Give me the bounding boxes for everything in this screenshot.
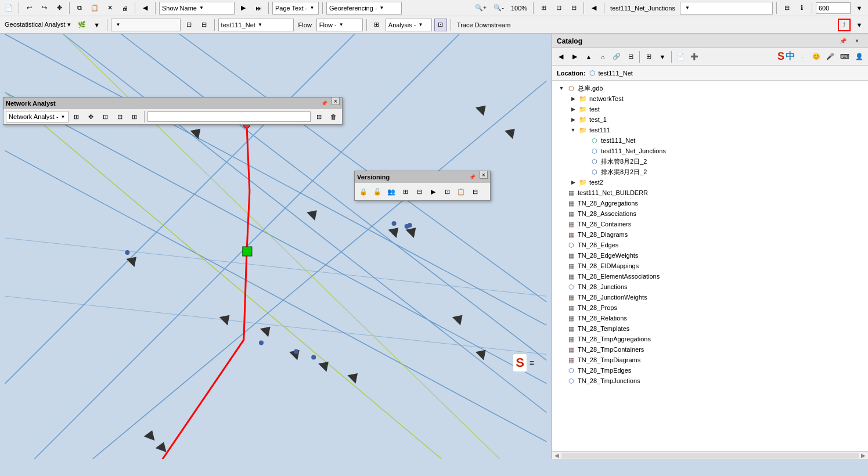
layer-dropdown[interactable]: ▼ xyxy=(111,19,181,31)
net-junctions-dropdown[interactable]: ▼ xyxy=(680,2,773,15)
tree-expand[interactable] xyxy=(557,209,566,218)
tree-item[interactable]: ⬡ 排水管8月2日_2 xyxy=(552,156,868,167)
tree-item[interactable]: ▦ TN_28_TmpDiagrams xyxy=(552,355,868,365)
ver-btn2[interactable]: 🔓 xyxy=(371,185,384,198)
zoom-pct[interactable]: 100% xyxy=(509,2,530,15)
net-dropdown[interactable]: test111_Net ▼ xyxy=(218,19,294,31)
tree-expand[interactable]: ▶ xyxy=(568,115,578,124)
zoom-input[interactable]: 600 xyxy=(816,2,851,14)
geo-down[interactable]: ▼ xyxy=(91,19,103,31)
tree-expand[interactable] xyxy=(580,167,589,176)
zoom-btn1[interactable]: 🔍+ xyxy=(473,2,489,15)
analysis-icon2[interactable]: ⊡ xyxy=(434,19,447,31)
tree-expand[interactable] xyxy=(557,366,566,375)
tree-item[interactable]: ▦ TN_28_Containers xyxy=(552,219,868,229)
tree-item[interactable]: ▶ 📁 test xyxy=(552,104,868,114)
tree-item[interactable]: ⬡ TN_28_TmpEdges xyxy=(552,365,868,376)
tree-item[interactable]: ⬡ test111_Net_Junctions xyxy=(552,146,868,156)
versioning-pin-btn[interactable]: 📌 xyxy=(466,171,478,183)
map-area[interactable]: Network Analyst 📌 × Network Analyst - ▼ … xyxy=(0,34,552,459)
tree-item[interactable]: ▼ ⬡ 总库.gdb xyxy=(552,83,868,93)
analysis-dropdown[interactable]: Analysis - ▼ xyxy=(386,19,432,31)
cat-view-btn[interactable]: ⊞ xyxy=(642,51,655,63)
tree-item[interactable]: ▦ TN_28_Relations xyxy=(552,313,868,323)
undo-btn[interactable]: ↩ xyxy=(23,2,35,15)
catalog-pin-btn[interactable]: 📌 xyxy=(837,35,849,48)
tree-item[interactable]: ▦ TN_28_EIDMappings xyxy=(552,261,868,271)
print-btn[interactable]: 🖨 xyxy=(118,2,131,15)
tree-expand[interactable] xyxy=(580,157,589,166)
analyst-btn1[interactable]: ⊞ xyxy=(70,110,83,123)
tree-item[interactable]: ▦ TN_28_Aggregations xyxy=(552,198,868,208)
tree-item[interactable]: ▦ TN_28_JunctionWeights xyxy=(552,292,868,302)
tree-item[interactable]: ▶ 📁 networkTest xyxy=(552,93,868,104)
georef-dropdown[interactable]: Georeferencing - ▼ xyxy=(326,2,402,15)
ver-btn7[interactable]: ⊡ xyxy=(441,185,453,198)
tree-item[interactable]: ▦ TN_28_EdgeWeights xyxy=(552,250,868,261)
tree-expand[interactable] xyxy=(557,240,566,250)
panel-close-btn[interactable]: × xyxy=(332,97,340,105)
analyst-dropdown[interactable]: Network Analyst - ▼ xyxy=(6,111,69,122)
tree-expand[interactable] xyxy=(557,282,566,291)
analysis-icon[interactable]: ⊞ xyxy=(370,19,383,31)
versioning-close-btn[interactable]: × xyxy=(480,171,488,179)
identify-btn[interactable]: ℹ xyxy=(795,2,808,15)
find-btn[interactable]: ⊞ xyxy=(780,2,793,15)
analyst-btn3[interactable]: ⊡ xyxy=(99,110,112,123)
tree-expand[interactable] xyxy=(557,188,566,197)
cat-view-down[interactable]: ▼ xyxy=(656,51,669,63)
tree-expand[interactable] xyxy=(557,230,566,239)
tree-item[interactable]: ▦ TN_28_Props xyxy=(552,302,868,313)
tree-expand[interactable] xyxy=(557,345,566,354)
tree-expand[interactable] xyxy=(557,219,566,229)
trace-down[interactable]: ▼ xyxy=(853,19,866,31)
tree-expand[interactable] xyxy=(557,313,566,323)
move-btn[interactable]: ✥ xyxy=(53,2,66,15)
cat-forward-btn[interactable]: ▶ xyxy=(568,51,581,63)
analyst-clear-btn[interactable]: 🗑 xyxy=(327,110,340,123)
skip-btn[interactable]: ⏭ xyxy=(252,2,265,15)
tree-expand[interactable] xyxy=(557,355,566,365)
paste-btn[interactable]: 📋 xyxy=(88,2,101,15)
cat-up-btn[interactable]: ▲ xyxy=(582,51,595,63)
cat-connect-btn[interactable]: 🔗 xyxy=(610,51,623,63)
tree-item[interactable]: ▦ TN_28_TmpAggregations xyxy=(552,334,868,344)
tree-item[interactable]: ▦ TN_28_ElementAssociations xyxy=(552,271,868,282)
new-btn[interactable]: 📄 xyxy=(2,2,15,15)
cat-btn-dot[interactable]: · xyxy=(796,51,809,63)
tree-item[interactable]: ▦ TN_28_Diagrams xyxy=(552,229,868,240)
tree-expand[interactable] xyxy=(557,334,566,344)
catalog-hscroll[interactable]: ◀ ▶ xyxy=(552,451,868,459)
analyst-btn2[interactable]: ✥ xyxy=(85,110,98,123)
ver-btn8[interactable]: 📋 xyxy=(455,185,467,198)
cat-btn-mic[interactable]: 🎤 xyxy=(824,51,837,63)
cat-btn-person[interactable]: 👤 xyxy=(853,51,866,63)
tree-expand[interactable] xyxy=(557,251,566,260)
catalog-close-btn[interactable]: × xyxy=(851,35,863,48)
tree-expand[interactable]: ▶ xyxy=(568,94,578,103)
trace-tool-btn[interactable]: ⤴ xyxy=(838,19,851,31)
tree-expand[interactable] xyxy=(580,146,589,156)
tree-item[interactable]: ▦ TN_28_Associations xyxy=(552,208,868,219)
misc-btn2[interactable]: ⊡ xyxy=(552,2,565,15)
ver-btn4[interactable]: ⊞ xyxy=(399,185,412,198)
tree-item[interactable]: ▦ TN_28_TmpContainers xyxy=(552,344,868,355)
misc-btn1[interactable]: ⊞ xyxy=(537,2,550,15)
tree-expand[interactable] xyxy=(580,136,589,145)
ver-btn6[interactable]: ▶ xyxy=(427,185,440,198)
cat-btn-kb[interactable]: ⌨ xyxy=(838,51,852,63)
analyst-btn5[interactable]: ⊞ xyxy=(128,110,141,123)
ver-btn5[interactable]: ⊟ xyxy=(413,185,426,198)
cat-add-btn[interactable]: ➕ xyxy=(688,51,701,63)
tree-item[interactable]: ⬡ 排水渠8月2日_2 xyxy=(552,167,868,177)
tree-item[interactable]: ▶ 📁 test2 xyxy=(552,177,868,187)
catalog-tree[interactable]: ▼ ⬡ 总库.gdb ▶ 📁 networkTest ▶ 📁 test ▶ 📁 … xyxy=(552,81,868,451)
tree-expand[interactable] xyxy=(557,376,566,385)
tree-item[interactable]: ⬡ test111_Net xyxy=(552,135,868,146)
del-btn[interactable]: ✕ xyxy=(103,2,116,15)
analyst-input[interactable] xyxy=(147,111,311,122)
net-btn1[interactable]: Flow xyxy=(296,19,314,31)
show-name-dropdown[interactable]: Show Name ▼ xyxy=(159,2,235,15)
back-btn[interactable]: ◀ xyxy=(139,2,152,15)
tree-expand[interactable] xyxy=(557,324,566,333)
